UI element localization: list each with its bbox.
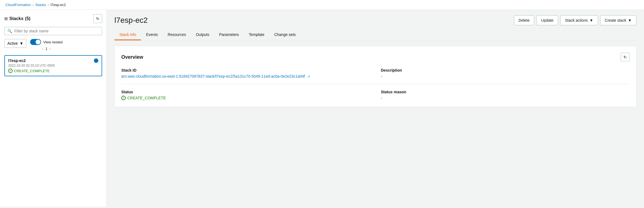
stacks-icon: ⊟ bbox=[4, 16, 8, 21]
status-value: CREATE_COMPLETE bbox=[127, 96, 166, 100]
sidebar-count: (5) bbox=[25, 16, 31, 21]
search-input[interactable] bbox=[14, 29, 99, 33]
sidebar-header: ⊟ Stacks (5) ↻ bbox=[4, 14, 102, 23]
overview-refresh-button[interactable]: ↻ bbox=[621, 53, 629, 61]
breadcrumb: CloudFormation › Stacks › l7esp-ec2 bbox=[0, 0, 644, 10]
breadcrumb-sep-2: › bbox=[48, 3, 49, 7]
create-stack-button[interactable]: Create stack ▼ bbox=[600, 15, 636, 25]
page-number: 1 bbox=[45, 47, 47, 51]
panel-header: Overview ↻ bbox=[121, 53, 629, 61]
tab-parameters[interactable]: Parameters bbox=[214, 30, 244, 40]
status-check-circle-icon bbox=[121, 96, 126, 100]
sidebar: ⊟ Stacks (5) ↻ 🔍 Active ▼ View nested ‹ bbox=[0, 10, 107, 207]
view-nested-toggle[interactable] bbox=[30, 39, 41, 45]
status-grid: Status CREATE_COMPLETE Status reason - bbox=[121, 90, 629, 100]
status-label: Status bbox=[121, 90, 370, 94]
stack-item-status: CREATE_COMPLETE bbox=[8, 69, 98, 73]
breadcrumb-stacks[interactable]: Stacks bbox=[35, 3, 46, 7]
tab-template[interactable]: Template bbox=[244, 30, 269, 40]
toggle-section: View nested ‹ 1 › bbox=[30, 39, 63, 51]
stack-actions-chevron-icon: ▼ bbox=[590, 18, 593, 23]
stack-list-item[interactable]: l7esp-ec2 2022-10-20 02:33:10 UTC-0500 C… bbox=[4, 55, 102, 76]
overview-panel: Overview ↻ Stack ID arn:aws:cloudformati… bbox=[114, 46, 636, 107]
tab-resources[interactable]: Resources bbox=[163, 30, 191, 40]
stack-item-date: 2022-10-20 02:33:10 UTC-0500 bbox=[8, 64, 98, 68]
chevron-down-icon: ▼ bbox=[19, 41, 23, 46]
status-badge: CREATE_COMPLETE bbox=[121, 96, 370, 100]
status-check-icon bbox=[8, 69, 13, 73]
content-header: l7esp-ec2 Delete Update Stack actions ▼ … bbox=[114, 15, 636, 25]
stack-status-text: CREATE_COMPLETE bbox=[14, 69, 50, 73]
pagination-row: ‹ 1 › bbox=[42, 47, 51, 51]
search-icon: 🔍 bbox=[7, 29, 12, 33]
sidebar-title-text: Stacks bbox=[9, 16, 24, 21]
sidebar-title: ⊟ Stacks (5) bbox=[4, 16, 30, 21]
create-stack-label: Create stack bbox=[605, 18, 626, 23]
breadcrumb-sep-1: › bbox=[33, 3, 34, 7]
next-page-button[interactable]: › bbox=[50, 47, 51, 51]
tabs: Stack info Events Resources Outputs Para… bbox=[114, 30, 636, 40]
status-reason-field: Status reason - bbox=[381, 90, 629, 100]
stack-id-value: arn:aws:cloudformation:us-east-1:5169270… bbox=[121, 74, 370, 78]
page-title: l7esp-ec2 bbox=[114, 16, 148, 25]
create-stack-chevron-icon: ▼ bbox=[628, 18, 632, 23]
stack-id-label: Stack ID bbox=[121, 68, 370, 72]
delete-button[interactable]: Delete bbox=[514, 15, 534, 25]
stack-id-link[interactable]: arn:aws:cloudformation:us-east-1:5169270… bbox=[121, 74, 305, 78]
stack-item-name: l7esp-ec2 bbox=[8, 58, 26, 63]
prev-page-button[interactable]: ‹ bbox=[42, 47, 43, 51]
toggle-row: View nested bbox=[30, 39, 63, 45]
tab-stack-info[interactable]: Stack info bbox=[114, 30, 141, 40]
toggle-label: View nested bbox=[43, 40, 63, 44]
filter-row: Active ▼ View nested ‹ 1 › bbox=[4, 39, 102, 51]
overview-divider bbox=[121, 84, 629, 84]
action-buttons: Delete Update Stack actions ▼ Create sta… bbox=[514, 15, 636, 25]
breadcrumb-cloudformation[interactable]: CloudFormation bbox=[5, 3, 31, 7]
description-value: - bbox=[381, 74, 629, 78]
update-button[interactable]: Update bbox=[536, 15, 558, 25]
external-link-icon: ↗ bbox=[307, 75, 310, 78]
overview-grid: Stack ID arn:aws:cloudformation:us-east-… bbox=[121, 68, 629, 78]
content-area: l7esp-ec2 Delete Update Stack actions ▼ … bbox=[107, 10, 644, 207]
tab-change-sets[interactable]: Change sets bbox=[269, 30, 301, 40]
sidebar-refresh-button[interactable]: ↻ bbox=[93, 14, 102, 23]
active-filter-dropdown[interactable]: Active ▼ bbox=[4, 39, 26, 48]
tab-outputs[interactable]: Outputs bbox=[191, 30, 214, 40]
stack-id-field: Stack ID arn:aws:cloudformation:us-east-… bbox=[121, 68, 370, 78]
search-box: 🔍 bbox=[4, 27, 102, 35]
status-reason-label: Status reason bbox=[381, 90, 629, 94]
stack-status-dot bbox=[94, 58, 98, 63]
stack-actions-label: Stack actions bbox=[565, 18, 588, 23]
description-field: Description - bbox=[381, 68, 629, 78]
status-reason-value: - bbox=[381, 96, 629, 100]
breadcrumb-current: l7esp-ec2 bbox=[50, 3, 66, 7]
description-label: Description bbox=[381, 68, 629, 72]
tab-events[interactable]: Events bbox=[141, 30, 163, 40]
stack-item-top: l7esp-ec2 bbox=[8, 58, 98, 63]
stack-actions-button[interactable]: Stack actions ▼ bbox=[560, 15, 598, 25]
overview-title: Overview bbox=[121, 54, 143, 60]
status-field: Status CREATE_COMPLETE bbox=[121, 90, 370, 100]
active-filter-label: Active bbox=[7, 41, 18, 46]
